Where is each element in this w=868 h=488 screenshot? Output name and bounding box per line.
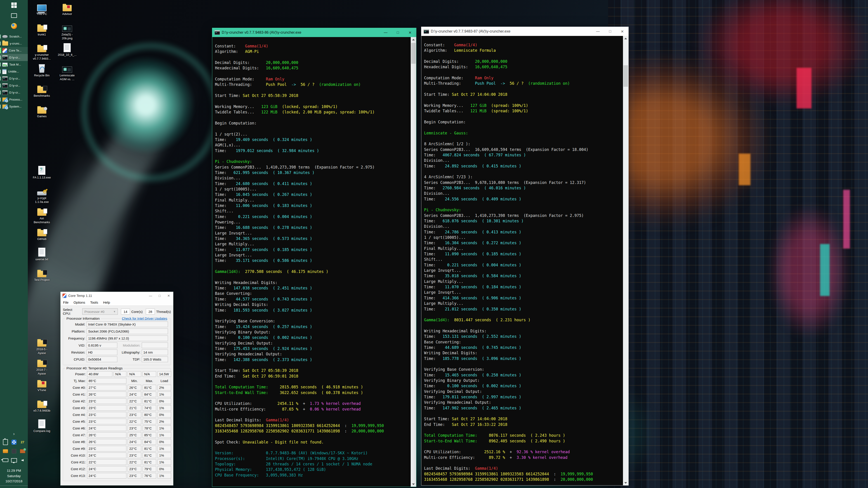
desktop-icon-y-cruncher[interactable]: y-cruncherv0.7.7.9483... [30, 43, 54, 61]
desktop-icon-fa-1-1-13-exe[interactable]: ?FA 1.1.13.exe [30, 165, 54, 180]
close-button[interactable]: ✕ [616, 27, 628, 36]
titlebar[interactable]: Core Temp 1.11 — □ ✕ [61, 292, 173, 299]
cpu-select-dropdown[interactable]: Processor #0 ▼ [82, 308, 118, 315]
modulation-value [142, 343, 168, 348]
console-text: 175.453 seconds ( 2.924 minutes ) [234, 346, 312, 351]
taskbar-item-y-cruncher-2[interactable]: D:\y-cr... [0, 75, 28, 82]
scrollbar[interactable] [623, 36, 628, 485]
scrollbar-thumb[interactable] [411, 43, 416, 64]
taskbar-item-process-explorer[interactable]: Process... [0, 96, 28, 103]
scrollbar-thumb[interactable] [623, 65, 628, 87]
minimize-button[interactable]: — [592, 27, 604, 36]
core-temp-value: 22°C [87, 459, 126, 465]
titlebar[interactable]: D:\y-cruncher v0.7.7.9483-86 (AV)\y-crun… [212, 28, 416, 37]
console-line: Large Invsqrt... [424, 290, 621, 295]
show-desktop-button[interactable] [0, 486, 28, 488]
desktop-icon-label: Compare.log [30, 429, 54, 433]
desktop-icon-2018-7-[interactable]: 2018-7 -Ayase [30, 358, 54, 376]
usb-tray-icon[interactable] [1, 439, 10, 445]
taskbar-item-y-crunc[interactable]: y-crunc... [0, 40, 28, 47]
taskbar-item-scratch[interactable]: Scratch... [0, 33, 28, 40]
core-temp-value: 24°C [87, 453, 126, 458]
core-max-value: 81°C [143, 385, 156, 390]
power-tray-icon[interactable] [1, 458, 10, 462]
power-value: 40.8W [87, 371, 112, 377]
console-text: Large Invsqrt... [424, 268, 461, 273]
desktop-icon-zeta-5-[interactable]: Zeta(5) -20b.png [55, 22, 79, 40]
desktop-icon-vtune[interactable]: VTune [30, 378, 54, 392]
core-temp-tray-badge[interactable]: 27 [18, 440, 27, 444]
desktop-icon-uverse-txt[interactable]: uverse.txt [30, 247, 54, 261]
taskbar-item-y-cruncher-1[interactable]: D:\y-cr... [0, 54, 28, 61]
taskbar-item-core-temp[interactable]: Core Te... [0, 47, 28, 54]
desktop-icon-this-pc[interactable]: This PC [30, 2, 54, 16]
console-line [424, 113, 621, 119]
taskbar-item-system-info[interactable]: System... [0, 103, 28, 110]
desktop-icon-compare-log[interactable]: Compare.log [30, 419, 54, 433]
page-icon [30, 247, 54, 257]
minimize-button[interactable]: — [379, 28, 392, 37]
console-text: Verifying Base Conversion: [215, 319, 275, 323]
desktop-icon-github[interactable]: GitHub [30, 227, 54, 241]
console-text: : [549, 477, 561, 482]
scrollbar-down-icon[interactable] [623, 480, 628, 485]
scrollbar[interactable] [411, 37, 416, 487]
desktop-icon-2018-10-6-[interactable]: 2018_10_6_... [55, 43, 79, 57]
volume-tray-icon[interactable] [18, 459, 27, 461]
desktop-icon-games[interactable]: Games [30, 104, 54, 119]
taskbar-item-notepad[interactable]: Untitle... [0, 68, 28, 75]
close-button[interactable]: ✕ [404, 28, 416, 37]
menu-item-file[interactable]: File [61, 300, 71, 304]
console-text: 0.06 % kernel overhead [310, 407, 361, 412]
wall-tray-icon[interactable] [18, 449, 27, 453]
ram-tray-icon[interactable] [10, 449, 18, 453]
minimize-button[interactable]: — [146, 292, 155, 299]
console-line [424, 361, 621, 367]
menu-item-help[interactable]: Help [101, 300, 113, 304]
show-hidden-icons-chevron[interactable]: › [13, 430, 15, 437]
scrollbar-down-icon[interactable] [411, 482, 416, 487]
console-text: 87.65 % [282, 407, 298, 412]
console-line: Series CommonP2B3... 9,678,110,080 terms… [424, 180, 621, 185]
scrollbar-up-icon[interactable] [411, 37, 416, 42]
titlebar[interactable]: D:\y-cruncher v0.7.7.9483-87 (AV)\y-crun… [421, 27, 628, 36]
cpuid-tray-icon[interactable] [1, 449, 10, 453]
maximize-button[interactable]: □ [604, 27, 616, 36]
console-line: Time: 16.045 seconds ( 0.267 minutes ) [215, 192, 408, 197]
desktop-icon-label: Test Project [30, 278, 54, 282]
console-text: 20,000,000,000 [351, 429, 384, 433]
console-text: Processor(s): Intel(R) Core(TM) i9-7940X… [215, 456, 359, 461]
desktop-icon-advisor[interactable]: Advisor [55, 2, 79, 16]
scrollbar-up-icon[interactable] [623, 36, 628, 41]
task-view-button[interactable] [0, 10, 28, 21]
display-tray-icon[interactable] [10, 458, 18, 462]
taskbar-clock[interactable]: 11:29 PM Saturday 10/27/2018 [5, 468, 22, 484]
gear-tray-icon[interactable] [10, 440, 18, 445]
taskbar-item-y-cruncher-3[interactable]: D:\y-cr... [0, 82, 28, 89]
desktop-icon-v0-7-6-9483b[interactable]: v0.7.6.9483b [30, 398, 54, 413]
taskbar-item-label: D:\y-cr... [9, 91, 20, 94]
desktop-icon-trunk1[interactable]: trunk1 [30, 22, 54, 37]
maximize-button[interactable]: □ [155, 292, 164, 299]
intel-driver-updates-link[interactable]: Check for Intel Driver Updates [121, 317, 168, 320]
menu-item-options[interactable]: Options [71, 300, 88, 304]
desktop-icon-2018-5-[interactable]: 2018-5 -Ayase [30, 337, 54, 355]
close-button[interactable]: ✕ [164, 292, 173, 299]
maximize-button[interactable]: □ [392, 28, 404, 37]
desktop-icon-airi[interactable]: AiriBenchmarks [30, 206, 54, 224]
desktop-icon-recycle-bin[interactable]: Recycle Bin [30, 63, 54, 77]
desktop-icon-lemniscate[interactable]: LemniscateAGM vs. ... [55, 63, 79, 81]
console-text: Sat Oct 27 14:04:00 2018 [452, 417, 507, 421]
console-text: 4067.824 seconds ( 67.797 minutes ) [442, 153, 526, 157]
desktop-icon-benchmarks[interactable]: Benchmarks [30, 84, 54, 98]
taskbar-item-task-manager[interactable]: Task M... [0, 61, 28, 68]
taskmgr-icon [2, 63, 8, 67]
desktop-icon-y-crypt[interactable]: y-crypt1.1.0a.exe [30, 186, 54, 204]
taskbar-item-y-cruncher-4[interactable]: D:\y-cr... [0, 89, 28, 96]
core-temp-value: 27°C [87, 385, 126, 390]
taskbar-item-firefox[interactable] [0, 21, 28, 31]
vid-row: VID: 0.8195 v Modulation: [66, 343, 168, 348]
menu-item-tools[interactable]: Tools [88, 300, 101, 304]
start-button[interactable] [0, 0, 28, 10]
desktop-icon-test-project[interactable]: Test Project [30, 268, 54, 282]
